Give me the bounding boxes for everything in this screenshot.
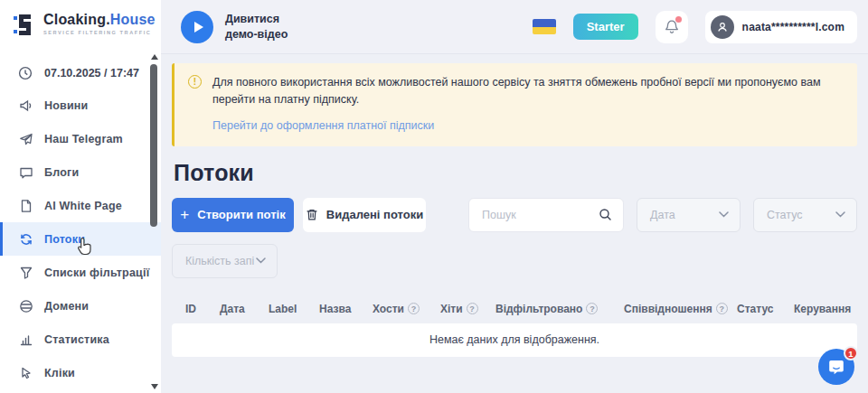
user-account-button[interactable]: naata**********l.com bbox=[705, 11, 857, 43]
sidebar-item-streams[interactable]: Потоки bbox=[0, 222, 161, 256]
brand-logo-icon bbox=[13, 13, 36, 37]
sidebar-item-news[interactable]: Новини bbox=[0, 89, 161, 122]
watch-demo-button[interactable]: Дивитисядемо-відео bbox=[181, 11, 288, 43]
main-area: Дивитисядемо-відео Starter bbox=[161, 0, 868, 393]
play-icon[interactable] bbox=[181, 11, 213, 43]
chat-bubble-icon bbox=[827, 358, 845, 376]
avatar bbox=[711, 15, 734, 39]
plan-badge[interactable]: Starter bbox=[573, 14, 638, 40]
scroll-down-arrow-icon[interactable] bbox=[151, 384, 158, 389]
banner-text: Для повного використання всіх можливосте… bbox=[212, 74, 839, 109]
search-input[interactable] bbox=[482, 209, 599, 221]
notification-dot bbox=[675, 16, 682, 23]
create-stream-button[interactable]: + Створити потік bbox=[172, 198, 294, 232]
help-icon[interactable]: ? bbox=[716, 303, 728, 314]
date-filter-dropdown[interactable]: Дата bbox=[637, 198, 741, 232]
content-area: ! Для повного використання всіх можливос… bbox=[161, 54, 868, 393]
column-header-name: Назва bbox=[319, 303, 373, 315]
deleted-streams-button[interactable]: Видалені потоки bbox=[303, 198, 426, 232]
clock-icon bbox=[18, 66, 33, 81]
notifications-button[interactable] bbox=[656, 11, 688, 43]
scrollbar-thumb[interactable] bbox=[150, 64, 157, 227]
status-filter-dropdown[interactable]: Статус bbox=[753, 198, 857, 232]
chevron-down-icon bbox=[835, 211, 845, 218]
sidebar-item-telegram[interactable]: Наш Telegram bbox=[0, 122, 161, 155]
sidebar-item-filter-lists[interactable]: Списки фільтрації bbox=[0, 256, 161, 289]
globe-icon bbox=[18, 298, 33, 313]
brand-logo[interactable]: Cloaking.House SERVICE FILTERING TRAFFIC bbox=[0, 0, 161, 51]
sidebar-item-clicks[interactable]: Кліки bbox=[0, 356, 161, 389]
chat-bubble-icon bbox=[18, 164, 33, 180]
table-header-row: ID Дата Label Назва Хости? Хіти? Відфіль… bbox=[172, 303, 857, 315]
column-header-hosts: Хости? bbox=[373, 303, 440, 315]
column-header-id: ID bbox=[185, 303, 220, 315]
search-icon[interactable] bbox=[599, 208, 612, 221]
column-header-status: Статус bbox=[737, 303, 794, 315]
user-email: naata**********l.com bbox=[742, 21, 844, 33]
help-icon[interactable]: ? bbox=[408, 303, 420, 314]
trash-icon bbox=[306, 208, 318, 221]
trial-warning-banner: ! Для повного використання всіх можливос… bbox=[172, 63, 857, 146]
chevron-down-icon bbox=[719, 211, 729, 218]
controls-row: + Створити потік Видалені потоки bbox=[172, 198, 857, 232]
column-header-ratio: Співвідношення? bbox=[624, 303, 737, 315]
column-header-manage: Керування bbox=[794, 303, 857, 315]
warning-icon: ! bbox=[188, 75, 202, 89]
column-header-hits: Хіти? bbox=[440, 303, 495, 315]
sidebar-datetime: 07.10.2025 / 17:47 bbox=[0, 58, 161, 89]
sidebar-item-domains[interactable]: Домени bbox=[0, 289, 161, 323]
sidebar-scrollbar[interactable] bbox=[148, 51, 160, 393]
sidebar-nav: Новини Наш Telegram Блоги bbox=[0, 89, 161, 389]
help-icon[interactable]: ? bbox=[586, 303, 598, 314]
upgrade-subscription-link[interactable]: Перейти до оформлення платної підписки bbox=[212, 119, 434, 132]
app-window: Cloaking.House SERVICE FILTERING TRAFFIC… bbox=[0, 0, 868, 393]
per-page-dropdown[interactable]: Кількість запі bbox=[172, 244, 278, 278]
table-empty-state: Немає даних для відображення. bbox=[172, 323, 857, 357]
ukraine-flag-icon[interactable] bbox=[533, 19, 556, 34]
chat-widget-button[interactable]: 1 bbox=[818, 349, 854, 385]
watch-demo-label: Дивитисядемо-відео bbox=[225, 12, 288, 42]
sidebar: Cloaking.House SERVICE FILTERING TRAFFIC… bbox=[0, 0, 161, 393]
sidebar-item-ai-white-page[interactable]: AI White Page bbox=[0, 189, 161, 222]
column-header-date: Дата bbox=[220, 303, 269, 315]
megaphone-icon bbox=[18, 98, 33, 113]
page-title: Потоки bbox=[174, 160, 857, 186]
topbar: Дивитисядемо-відео Starter bbox=[161, 0, 868, 54]
plus-icon: + bbox=[180, 207, 189, 222]
cursor-click-icon bbox=[18, 365, 33, 380]
chevron-down-icon bbox=[256, 257, 266, 264]
bar-chart-icon bbox=[18, 332, 33, 347]
document-icon bbox=[18, 198, 33, 213]
scroll-up-arrow-icon[interactable] bbox=[151, 54, 158, 60]
filter-funnel-icon bbox=[18, 265, 33, 280]
search-box[interactable] bbox=[468, 198, 624, 232]
column-header-label: Label bbox=[269, 303, 319, 315]
brand-tagline: SERVICE FILTERING TRAFFIC bbox=[43, 31, 156, 36]
sidebar-item-blogs[interactable]: Блоги bbox=[0, 155, 161, 189]
chat-unread-badge: 1 bbox=[844, 346, 858, 360]
streams-sync-icon bbox=[18, 231, 33, 247]
sidebar-item-statistics[interactable]: Статистика bbox=[0, 323, 161, 356]
brand-title: Cloaking.House bbox=[43, 12, 156, 27]
telegram-icon bbox=[18, 131, 33, 146]
column-header-filtered: Відфільтровано? bbox=[495, 303, 624, 315]
help-icon[interactable]: ? bbox=[467, 303, 478, 314]
